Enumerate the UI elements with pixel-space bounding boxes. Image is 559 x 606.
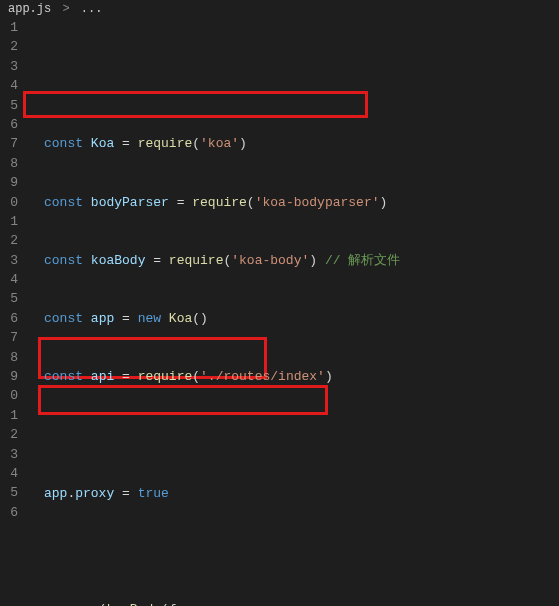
highlight-box	[23, 91, 368, 118]
line-number: 2	[0, 37, 18, 56]
code-line[interactable]: const bodyParser = require('koa-bodypars…	[28, 193, 559, 212]
line-number: 3	[0, 445, 18, 464]
breadcrumb-file[interactable]: app.js	[8, 2, 51, 16]
code-line[interactable]: const app = new Koa()	[28, 309, 559, 328]
line-number: 1	[0, 406, 18, 425]
line-number: 1	[0, 212, 18, 231]
line-number: 6	[0, 115, 18, 134]
line-number: 6	[0, 503, 18, 522]
line-number: 9	[0, 173, 18, 192]
code-line[interactable]: const koaBody = require('koa-body') // 解…	[28, 251, 559, 270]
line-number: 8	[0, 348, 18, 367]
code-line[interactable]: app.proxy = true	[28, 484, 559, 503]
line-number: 3	[0, 251, 18, 270]
code-area[interactable]: const Koa = require('koa') const bodyPar…	[28, 18, 559, 604]
line-number: 5	[0, 483, 18, 502]
line-number: 2	[0, 425, 18, 444]
highlight-box	[38, 385, 328, 415]
line-number: 5	[0, 96, 18, 115]
line-number: 8	[0, 154, 18, 173]
line-gutter: 1 2 3 4 5 6 7 8 9 0 1 2 3 4 5 6 7 8 9 0 …	[0, 18, 28, 604]
line-number: 0	[0, 386, 18, 405]
line-number: 7	[0, 328, 18, 347]
line-number: 7	[0, 134, 18, 153]
line-number: 1	[0, 18, 18, 37]
code-line[interactable]	[28, 542, 559, 561]
line-number: 6	[0, 309, 18, 328]
line-number: 4	[0, 464, 18, 483]
line-number: 9	[0, 367, 18, 386]
code-line[interactable]: const Koa = require('koa')	[28, 134, 559, 153]
code-editor[interactable]: 1 2 3 4 5 6 7 8 9 0 1 2 3 4 5 6 7 8 9 0 …	[0, 18, 559, 604]
code-line[interactable]: app.use(koaBody({	[28, 600, 559, 606]
breadcrumb-sep: >	[62, 2, 69, 16]
line-number: 4	[0, 76, 18, 95]
line-number: 0	[0, 193, 18, 212]
code-line[interactable]: const api = require('./routes/index')	[28, 367, 559, 386]
code-line[interactable]	[28, 425, 559, 444]
breadcrumb: app.js > ...	[0, 0, 559, 18]
line-number: 3	[0, 57, 18, 76]
line-number: 5	[0, 289, 18, 308]
line-number: 4	[0, 270, 18, 289]
breadcrumb-rest: ...	[81, 2, 103, 16]
line-number: 2	[0, 231, 18, 250]
